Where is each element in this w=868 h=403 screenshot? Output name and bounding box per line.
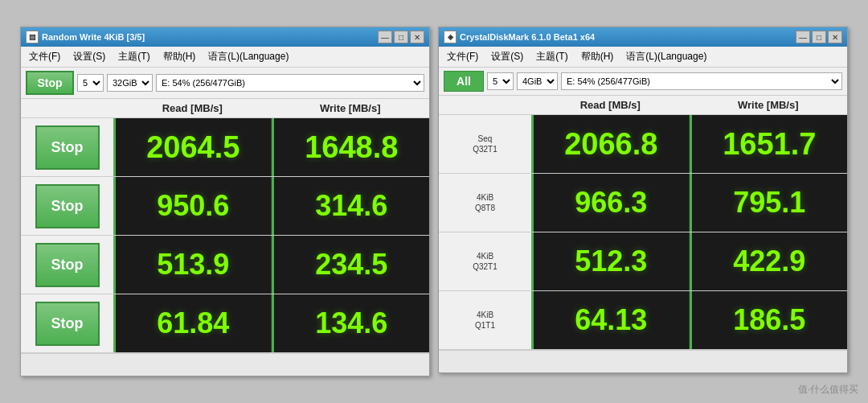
right-row-1-write-value: 795.1 — [733, 186, 805, 220]
left-row-1: Stop 950.6 314.6 — [21, 177, 429, 236]
right-row-3-read-cell: 64.13 — [531, 291, 690, 349]
left-menu-lang[interactable]: 语言(L)(Language) — [203, 48, 293, 65]
left-row-1-read-cell: 950.6 — [113, 177, 272, 235]
right-data-rows: SeqQ32T1 2066.8 1651.7 4KiBQ8T8 966.3 79… — [439, 115, 847, 350]
right-toolbar: All 5 4GiB E: 54% (256/477GiB) — [439, 68, 847, 96]
left-row-0-read-value: 2064.5 — [146, 130, 240, 165]
left-title-controls: — □ ✕ — [378, 31, 424, 43]
left-maximize-button[interactable]: □ — [394, 31, 408, 43]
right-row-2-write-value: 422.9 — [733, 245, 805, 278]
left-bottom-bar — [21, 353, 429, 376]
left-menu-settings[interactable]: 设置(S) — [68, 48, 110, 65]
right-row-2-read-cell: 512.3 — [531, 232, 690, 290]
right-header-write: Write [MB/s] — [690, 99, 848, 111]
left-header-read: Read [MB/s] — [113, 102, 272, 114]
right-row-1-label-cell: 4KiBQ8T8 — [439, 174, 531, 232]
right-close-button[interactable]: ✕ — [828, 31, 842, 43]
left-row-3-label-cell: Stop — [21, 294, 113, 352]
right-drive-select[interactable]: E: 54% (256/477GiB) — [561, 72, 842, 90]
left-header-label — [21, 102, 113, 114]
left-header-row: Read [MB/s] Write [MB/s] — [21, 99, 429, 118]
right-menu-lang[interactable]: 语言(L)(Language) — [621, 48, 711, 65]
left-window-icon: ▤ — [26, 31, 39, 43]
right-row-3-write-cell: 186.5 — [690, 291, 848, 349]
left-row-3-write-value: 134.6 — [315, 306, 387, 340]
left-row-2-read-value: 513.9 — [157, 248, 229, 282]
left-row-0-write-value: 1648.8 — [305, 130, 398, 165]
right-row-3-label-cell: 4KiBQ1T1 — [439, 291, 531, 349]
right-bottom-bar — [439, 350, 847, 372]
right-row-2-write-cell: 422.9 — [690, 232, 848, 290]
left-size-select[interactable]: 32GiB — [107, 74, 153, 92]
left-row-0-stop-button[interactable]: Stop — [35, 125, 100, 170]
right-maximize-button[interactable]: □ — [812, 31, 826, 43]
left-row-0-label-cell: Stop — [21, 118, 113, 176]
left-data-rows: Stop 2064.5 1648.8 Stop 950.6 314.6 — [21, 118, 429, 353]
left-row-3-stop-button[interactable]: Stop — [35, 302, 100, 346]
left-row-2-stop-button[interactable]: Stop — [35, 243, 100, 287]
left-row-3-write-cell: 134.6 — [272, 294, 430, 352]
right-row-0-read-value: 2066.8 — [564, 127, 657, 162]
right-title-bar-left: ◈ CrystalDiskMark 6.1.0 Beta1 x64 — [444, 31, 595, 43]
right-menu-settings[interactable]: 设置(S) — [486, 48, 528, 65]
left-minimize-button[interactable]: — — [378, 31, 392, 43]
right-row-0-label: SeqQ32T1 — [473, 134, 497, 154]
left-title-bar-left: ▤ Random Write 4KiB [3/5] — [26, 31, 145, 43]
right-count-select[interactable]: 5 — [487, 72, 514, 90]
right-row-2-label-cell: 4KiBQ32T1 — [439, 232, 531, 290]
right-row-2-label: 4KiBQ32T1 — [473, 251, 497, 272]
right-title-controls: — □ ✕ — [796, 31, 842, 43]
left-close-button[interactable]: ✕ — [410, 31, 424, 43]
left-row-1-read-value: 950.6 — [157, 189, 229, 223]
right-menu-theme[interactable]: 主题(T) — [531, 48, 572, 65]
left-row-2-read-cell: 513.9 — [113, 236, 272, 294]
left-menu-bar: 文件(F) 设置(S) 主题(T) 帮助(H) 语言(L)(Language) — [21, 47, 429, 68]
right-window-title: CrystalDiskMark 6.1.0 Beta1 x64 — [460, 32, 595, 42]
left-window: ▤ Random Write 4KiB [3/5] — □ ✕ 文件(F) 设置… — [20, 27, 430, 376]
left-window-title: Random Write 4KiB [3/5] — [42, 32, 145, 42]
left-row-0: Stop 2064.5 1648.8 — [21, 118, 429, 177]
right-row-1-read-value: 966.3 — [575, 186, 647, 220]
right-header-read: Read [MB/s] — [531, 99, 690, 111]
left-header-write: Write [MB/s] — [272, 102, 430, 114]
right-row-0-label-cell: SeqQ32T1 — [439, 115, 531, 173]
right-window-icon: ◈ — [444, 31, 457, 43]
left-row-3-read-value: 61.84 — [157, 306, 229, 340]
left-row-2-label-cell: Stop — [21, 236, 113, 294]
right-window: ◈ CrystalDiskMark 6.1.0 Beta1 x64 — □ ✕ … — [438, 27, 848, 373]
right-row-0-write-cell: 1651.7 — [690, 115, 848, 173]
right-row-3-label: 4KiBQ1T1 — [475, 310, 495, 331]
left-row-0-write-cell: 1648.8 — [272, 118, 430, 176]
left-menu-theme[interactable]: 主题(T) — [113, 48, 154, 65]
right-all-button[interactable]: All — [444, 71, 484, 92]
left-title-bar: ▤ Random Write 4KiB [3/5] — □ ✕ — [21, 27, 429, 47]
left-row-1-label-cell: Stop — [21, 177, 113, 235]
left-all-button[interactable]: Stop — [26, 71, 74, 95]
right-size-select[interactable]: 4GiB — [517, 72, 558, 90]
left-menu-help[interactable]: 帮助(H) — [158, 48, 201, 65]
right-minimize-button[interactable]: — — [796, 31, 810, 43]
right-row-2-read-value: 512.3 — [575, 245, 647, 278]
right-row-1-read-cell: 966.3 — [531, 174, 690, 232]
right-row-2: 4KiBQ32T1 512.3 422.9 — [439, 232, 847, 291]
left-menu-file[interactable]: 文件(F) — [24, 48, 65, 65]
right-row-0-write-value: 1651.7 — [723, 127, 816, 162]
left-row-3: Stop 61.84 134.6 — [21, 294, 429, 353]
right-row-1-label: 4KiBQ8T8 — [475, 192, 495, 213]
left-row-2: Stop 513.9 234.5 — [21, 236, 429, 294]
left-row-0-read-cell: 2064.5 — [113, 118, 272, 176]
left-drive-select[interactable]: E: 54% (256/477GiB) — [156, 74, 424, 92]
right-header-label — [439, 99, 531, 111]
right-menu-file[interactable]: 文件(F) — [442, 48, 483, 65]
left-row-3-read-cell: 61.84 — [113, 294, 272, 352]
right-row-1-write-cell: 795.1 — [690, 174, 848, 232]
right-row-0-read-cell: 2066.8 — [531, 115, 690, 173]
left-row-2-write-value: 234.5 — [315, 248, 387, 282]
right-menu-bar: 文件(F) 设置(S) 主题(T) 帮助(H) 语言(L)(Language) — [439, 47, 847, 68]
left-count-select[interactable]: 5 — [77, 74, 104, 92]
right-menu-help[interactable]: 帮助(H) — [576, 48, 619, 65]
right-row-3-read-value: 64.13 — [575, 303, 647, 337]
right-title-bar: ◈ CrystalDiskMark 6.1.0 Beta1 x64 — □ ✕ — [439, 27, 847, 47]
right-row-0: SeqQ32T1 2066.8 1651.7 — [439, 115, 847, 174]
left-row-1-stop-button[interactable]: Stop — [35, 184, 100, 228]
